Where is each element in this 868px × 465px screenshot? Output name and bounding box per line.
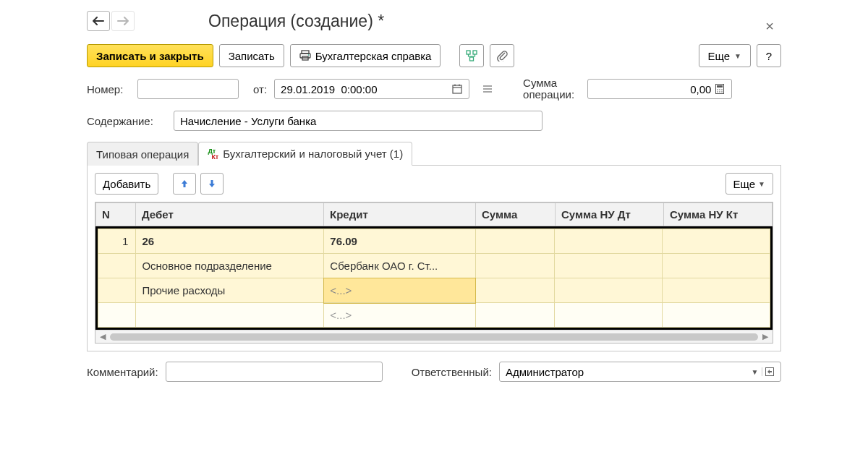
attachment-button[interactable]	[490, 44, 514, 67]
sum-label: Сумма операции:	[523, 77, 574, 101]
col-credit[interactable]: Кредит	[324, 203, 476, 226]
scroll-left-icon: ◀	[100, 332, 106, 341]
paperclip-icon	[496, 50, 508, 61]
calculator-icon	[715, 84, 724, 94]
move-up-button[interactable]	[173, 173, 196, 195]
svg-point-20	[719, 91, 720, 93]
list-icon-button[interactable]	[480, 84, 495, 94]
cell-credit-sub1[interactable]: Сбербанк ОАО г. Ст...	[324, 254, 476, 278]
cell-sum-nu-kt[interactable]	[662, 229, 770, 254]
col-sum-nu-dt[interactable]: Сумма НУ Дт	[556, 203, 664, 226]
comment-input[interactable]	[166, 362, 383, 382]
cell-credit-sub3[interactable]: <...>	[324, 303, 476, 328]
close-button[interactable]: ×	[765, 18, 774, 35]
save-button[interactable]: Записать	[219, 44, 284, 67]
form-row-number: Номер: от: Сумма операции:	[87, 77, 781, 101]
cell-credit-account[interactable]: 76.09	[324, 229, 476, 254]
svg-rect-6	[470, 57, 474, 61]
dropdown-caret-icon: ▼	[758, 180, 765, 188]
svg-point-18	[721, 89, 723, 90]
header: Операция (создание) * ×	[87, 11, 781, 31]
col-n[interactable]: N	[96, 203, 136, 226]
comment-label: Комментарий:	[87, 366, 158, 378]
panel-more-button[interactable]: Еще ▼	[726, 173, 773, 195]
svg-point-16	[717, 89, 718, 90]
arrow-right-icon	[117, 17, 129, 25]
structure-button[interactable]	[459, 44, 484, 67]
dropdown-caret-icon: ▼	[751, 368, 758, 376]
tab-panel: Добавить Еще ▼ N	[87, 166, 781, 351]
grid-row-selected[interactable]: 1 26 76.09 Основное подразделение Сберба…	[95, 226, 773, 330]
svg-point-19	[717, 91, 718, 93]
content-input[interactable]	[174, 111, 542, 131]
panel-toolbar: Добавить Еще ▼	[95, 173, 773, 195]
window-title: Операция (создание) *	[208, 12, 384, 31]
calculator-button[interactable]	[712, 84, 727, 94]
cell-sum[interactable]	[475, 229, 554, 254]
cell-debit-sub1[interactable]: Основное подразделение	[136, 254, 324, 278]
nav-back-button[interactable]	[87, 11, 110, 31]
svg-rect-7	[453, 85, 461, 93]
open-button[interactable]	[762, 367, 776, 376]
help-button[interactable]: ?	[757, 44, 781, 67]
horizontal-scrollbar[interactable]: ◀ ▶	[95, 330, 773, 343]
tab-typical-operation[interactable]: Типовая операция	[87, 142, 198, 166]
dropdown-caret-icon: ▼	[734, 52, 741, 60]
sum-input[interactable]	[587, 79, 732, 99]
move-down-button[interactable]	[200, 173, 224, 195]
form-row-content: Содержание:	[87, 111, 781, 131]
dt-kt-icon: ДтКт	[208, 148, 218, 160]
dropdown-button[interactable]: ▼	[748, 368, 762, 376]
toolbar: Записать и закрыть Записать Бухгалтерска…	[87, 44, 781, 67]
accounting-report-button[interactable]: Бухгалтерская справка	[290, 44, 441, 67]
close-icon: ×	[765, 18, 774, 34]
add-button[interactable]: Добавить	[95, 173, 158, 195]
col-sum-nu-kt[interactable]: Сумма НУ Кт	[664, 203, 773, 226]
svg-rect-5	[473, 51, 477, 54]
scroll-right-icon: ▶	[762, 332, 768, 341]
window: Операция (создание) * × Записать и закры…	[0, 0, 868, 465]
arrow-up-icon	[180, 179, 189, 189]
structure-icon	[465, 49, 478, 62]
more-button[interactable]: Еще ▼	[699, 44, 751, 67]
date-label: от:	[253, 83, 267, 95]
cell-debit-sub3[interactable]	[136, 303, 324, 328]
grid-header: N Дебет Кредит Сумма Сумма НУ Дт Сумма Н…	[96, 203, 773, 226]
svg-point-17	[719, 89, 720, 90]
svg-point-21	[721, 91, 723, 93]
svg-point-3	[307, 54, 309, 56]
footer-row: Комментарий: Ответственный: ▼	[87, 362, 781, 382]
tab-accounting[interactable]: ДтКт Бухгалтерский и налоговый учет (1)	[198, 142, 412, 166]
cell-sum-nu-dt[interactable]	[554, 229, 662, 254]
open-icon	[765, 367, 774, 376]
svg-rect-4	[467, 51, 470, 54]
responsible-input[interactable]: ▼	[499, 362, 781, 382]
svg-rect-15	[717, 85, 723, 88]
calendar-icon	[452, 84, 462, 94]
responsible-label: Ответственный:	[412, 366, 492, 378]
col-debit[interactable]: Дебет	[136, 203, 324, 226]
calendar-button[interactable]	[450, 84, 464, 94]
tabs: Типовая операция ДтКт Бухгалтерский и на…	[87, 141, 781, 166]
content-label: Содержание:	[87, 115, 166, 127]
scrollbar-thumb[interactable]	[110, 333, 758, 341]
cell-n[interactable]: 1	[98, 229, 136, 254]
number-input[interactable]	[137, 79, 239, 99]
grid: N Дебет Кредит Сумма Сумма НУ Дт Сумма Н…	[95, 202, 773, 344]
svg-rect-1	[300, 54, 310, 58]
date-input[interactable]	[274, 79, 469, 99]
printer-icon	[299, 50, 311, 61]
cell-debit-account[interactable]: 26	[136, 229, 324, 254]
cell-debit-sub2[interactable]: Прочие расходы	[136, 278, 324, 303]
col-sum[interactable]: Сумма	[476, 203, 556, 226]
list-icon	[482, 84, 493, 94]
arrow-down-icon	[208, 179, 216, 189]
save-and-close-button[interactable]: Записать и закрыть	[87, 44, 213, 67]
nav-forward-button[interactable]	[111, 11, 135, 31]
arrow-left-icon	[93, 17, 104, 25]
number-label: Номер:	[87, 83, 130, 95]
cell-credit-sub2[interactable]: <...>	[324, 278, 476, 303]
